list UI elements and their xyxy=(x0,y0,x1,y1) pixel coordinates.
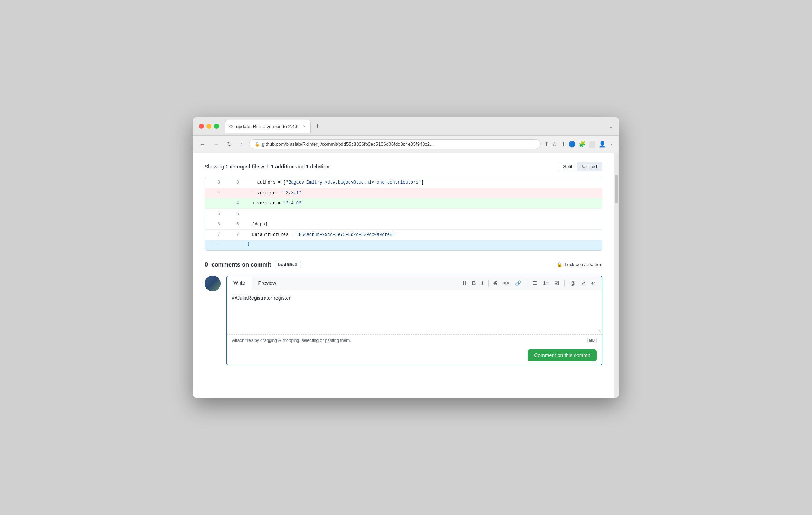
code-button[interactable]: <> xyxy=(502,279,511,287)
resize-handle[interactable]: ⤡ xyxy=(596,329,601,334)
line-num-left: 7 xyxy=(205,230,224,240)
summary-and: and xyxy=(296,164,305,170)
avatar-image xyxy=(205,276,221,291)
comments-title: 0 comments on commit bdd55c8 xyxy=(205,261,301,268)
lock-icon: 🔒 xyxy=(556,262,562,267)
line-content-6: [deps] xyxy=(243,219,602,229)
comment-area: Write Preview H B I S̶ <> 🔗 ☰ xyxy=(205,276,602,365)
lock-conversation-button[interactable]: 🔒 Lock conversation xyxy=(556,262,602,267)
diff-line-7: 7 7 DataStructures = "864edb3b-99cc-5e75… xyxy=(205,230,602,240)
expand-num: ··· xyxy=(205,240,224,250)
line-content-5 xyxy=(243,209,602,219)
back-button[interactable]: ← xyxy=(197,140,208,149)
line-num-right: 4 xyxy=(224,198,243,208)
minimize-traffic-light[interactable] xyxy=(206,124,211,129)
tab-bar: ⊙ update: Bump version to 2.4.0 × + xyxy=(225,120,606,133)
strikethrough-button[interactable]: S̶ xyxy=(492,279,499,287)
line-content-deleted: - version = "2.3.1" xyxy=(243,188,602,198)
scrollbar-thumb[interactable] xyxy=(615,175,618,203)
tasklist-button[interactable]: ☑ xyxy=(553,279,561,287)
diff-line-6: 6 6 [deps] xyxy=(205,219,602,230)
addressbar: ← → ↻ ⌂ 🔒 github.com/biaslab/RxInfer.jl/… xyxy=(193,136,619,153)
comment-toolbar: H B I S̶ <> 🔗 ☰ 1≡ ☑ @ xyxy=(457,276,602,290)
titlebar: ⊙ update: Bump version to 2.4.0 × + ⌄ xyxy=(193,117,619,136)
line-num-right: 6 xyxy=(224,219,243,229)
crossref-button[interactable]: ↗ xyxy=(579,279,587,287)
url-text: github.com/biaslab/RxInfer.jl/commit/bdd… xyxy=(262,141,434,147)
summary-deletion: 1 deletion xyxy=(306,164,329,170)
summary-changed: 1 changed file xyxy=(226,164,259,170)
diff-summary: Showing 1 changed file with 1 addition a… xyxy=(205,164,332,170)
home-button[interactable]: ⌂ xyxy=(237,140,245,149)
line-num-left: 3 xyxy=(205,177,224,188)
split-view-button[interactable]: Split xyxy=(558,162,577,171)
summary-with: with xyxy=(261,164,270,170)
toolbar-divider-2 xyxy=(527,279,527,287)
diff-line-deleted: 4 - version = "2.3.1" xyxy=(205,188,602,198)
active-tab[interactable]: ⊙ update: Bump version to 2.4.0 × xyxy=(225,120,311,133)
extension-icon[interactable]: 🔵 xyxy=(568,141,576,148)
puzzle-icon[interactable]: 🧩 xyxy=(579,141,586,148)
preview-tab[interactable]: Preview xyxy=(252,276,283,290)
diff-expand-row[interactable]: ··· ↕ xyxy=(205,240,602,250)
tab-close-button[interactable]: × xyxy=(303,124,305,129)
line-num-left: 6 xyxy=(205,219,224,229)
expand-icon[interactable]: ↕ xyxy=(243,240,255,250)
diff-container: 3 3 authors = ["Bagaev Dmitry <d.v.bagae… xyxy=(205,177,602,251)
scrollbar-track[interactable] xyxy=(614,153,619,398)
bold-button[interactable]: B xyxy=(470,279,477,287)
comment-textarea[interactable]: @JuliaRegistrator register xyxy=(227,290,602,333)
avatar xyxy=(205,276,221,291)
summary-end: . xyxy=(331,164,332,170)
italic-button[interactable]: I xyxy=(480,279,485,287)
traffic-lights xyxy=(199,124,219,129)
new-tab-button[interactable]: + xyxy=(312,120,322,132)
unified-view-button[interactable]: Unified xyxy=(577,162,602,171)
sidebar-icon[interactable]: ⬜ xyxy=(589,141,596,148)
expand-num-right xyxy=(224,240,243,250)
forward-button[interactable]: → xyxy=(211,140,221,149)
line-num-right: 3 xyxy=(224,177,243,188)
summary-addition: 1 addition xyxy=(271,164,295,170)
pause-icon[interactable]: ⏸ xyxy=(560,141,566,148)
numbered-list-button[interactable]: 1≡ xyxy=(541,279,550,287)
diff-line-5: 5 5 xyxy=(205,209,602,219)
comments-header: 0 comments on commit bdd55c8 🔒 Lock conv… xyxy=(205,261,602,268)
bullets-button[interactable]: ☰ xyxy=(531,279,539,287)
menu-icon[interactable]: ⋮ xyxy=(609,141,615,148)
url-bar[interactable]: 🔒 github.com/biaslab/RxInfer.jl/commit/b… xyxy=(249,139,541,149)
profile-icon[interactable]: 👤 xyxy=(599,141,606,148)
reload-button[interactable]: ↻ xyxy=(225,139,234,149)
maximize-traffic-light[interactable] xyxy=(214,124,219,129)
comments-count: 0 xyxy=(205,261,208,268)
close-traffic-light[interactable] xyxy=(199,124,204,129)
line-num-left xyxy=(205,198,224,208)
textarea-wrapper: @JuliaRegistrator register ⤡ xyxy=(227,290,602,334)
comments-label: comments on commit xyxy=(211,261,271,268)
line-num-right xyxy=(224,188,243,198)
line-num-right: 5 xyxy=(224,209,243,219)
diff-line-1: 3 3 authors = ["Bagaev Dmitry <d.v.bagae… xyxy=(205,177,602,188)
heading-button[interactable]: H xyxy=(461,279,468,287)
mention-button[interactable]: @ xyxy=(568,279,577,287)
line-num-left: 5 xyxy=(205,209,224,219)
write-tab[interactable]: Write xyxy=(227,276,252,290)
share-icon[interactable]: ⬆ xyxy=(544,141,549,148)
line-content: authors = ["Bagaev Dmitry <d.v.bagaev@tu… xyxy=(243,177,602,188)
line-content-added: + version = "2.4.0" xyxy=(243,198,602,208)
comment-box: Write Preview H B I S̶ <> 🔗 ☰ xyxy=(226,276,602,365)
lock-icon: 🔒 xyxy=(254,142,260,147)
github-icon: ⊙ xyxy=(229,123,233,129)
view-toggle: Split Unified xyxy=(558,162,602,171)
line-num-right: 7 xyxy=(224,230,243,240)
commit-hash-badge: bdd55c8 xyxy=(275,261,301,268)
undo-button[interactable]: ↩ xyxy=(589,279,597,287)
comment-footer: Comment on this commit xyxy=(227,346,602,365)
window-controls-end: ⌄ xyxy=(608,123,613,129)
link-button[interactable]: 🔗 xyxy=(513,279,523,287)
file-diff-header: Showing 1 changed file with 1 addition a… xyxy=(205,162,602,171)
submit-comment-button[interactable]: Comment on this commit xyxy=(528,349,597,361)
line-num-left: 4 xyxy=(205,188,224,198)
toolbar-divider-3 xyxy=(564,279,565,287)
bookmark-icon[interactable]: ☆ xyxy=(552,141,557,148)
